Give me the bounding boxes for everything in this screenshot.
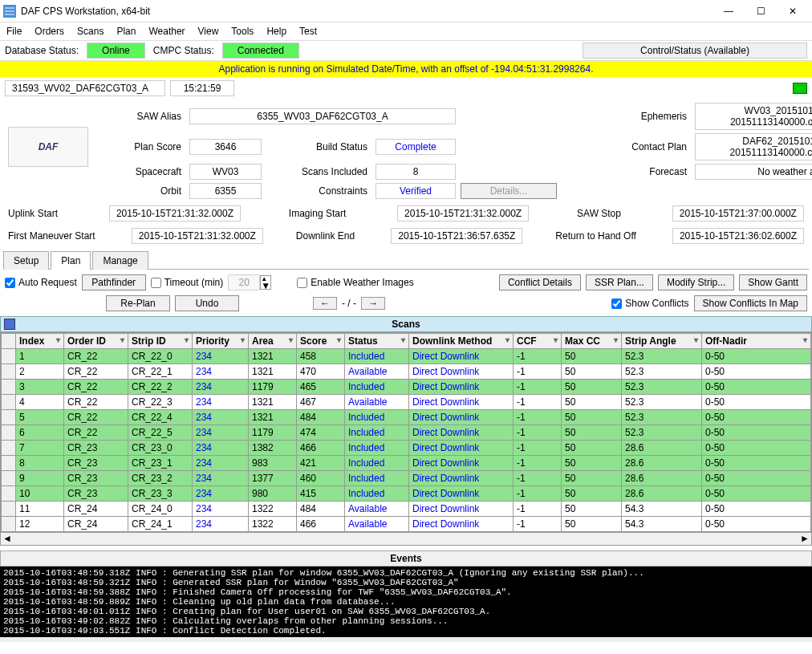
filter-icon[interactable]: ▾: [185, 335, 189, 344]
build-status-value[interactable]: Complete: [376, 139, 456, 155]
scans-table[interactable]: Index ▾Order ID ▾Strip ID ▾Priority ▾Are…: [1, 333, 811, 532]
table-row[interactable]: 3CR_22CR_22_22341179465IncludedDirect Do…: [2, 380, 811, 395]
row-selector[interactable]: [2, 456, 16, 471]
column-score[interactable]: Score ▾: [297, 334, 345, 349]
details-button[interactable]: Details...: [461, 183, 557, 199]
menu-file[interactable]: File: [6, 26, 22, 37]
row-selector[interactable]: [2, 395, 16, 410]
plan-id[interactable]: 31593_WV02_DAF62CGT03_A: [5, 80, 165, 96]
filter-icon[interactable]: ▾: [241, 335, 245, 344]
status-bar: Database Status: Online CMPC Status: Con…: [0, 41, 812, 61]
row-header-blank: [2, 334, 16, 349]
row-selector[interactable]: [2, 410, 16, 425]
column-downlink-method[interactable]: Downlink Method ▾: [409, 334, 514, 349]
pager-prev[interactable]: ←: [313, 297, 337, 310]
show-conflicts-map-button[interactable]: Show Conflicts In Map: [694, 295, 807, 311]
control-status[interactable]: Control/Status (Available): [583, 43, 807, 59]
conflict-details-button[interactable]: Conflict Details: [499, 274, 581, 290]
tab-plan[interactable]: Plan: [51, 251, 91, 270]
show-conflicts-checkbox[interactable]: Show Conflicts: [611, 298, 688, 309]
row-selector[interactable]: [2, 441, 16, 456]
save-icon[interactable]: [4, 319, 15, 330]
row-selector[interactable]: [2, 349, 16, 364]
pager-next[interactable]: →: [361, 297, 385, 310]
filter-icon[interactable]: ▾: [120, 335, 124, 344]
filter-icon[interactable]: ▾: [614, 335, 618, 344]
menu-weather[interactable]: Weather: [148, 26, 185, 37]
table-row[interactable]: 10CR_23CR_23_3234980415IncludedDirect Do…: [2, 486, 811, 502]
menu-help[interactable]: Help: [266, 26, 286, 37]
filter-icon[interactable]: ▾: [337, 335, 341, 344]
table-row[interactable]: 5CR_22CR_22_42341321484IncludedDirect Do…: [2, 410, 811, 425]
column-strip-angle[interactable]: Strip Angle ▾: [622, 334, 702, 349]
enable-weather-checkbox[interactable]: Enable Weather Images: [297, 277, 414, 288]
minimize-button[interactable]: —: [713, 2, 745, 21]
column-off-nadir[interactable]: Off-Nadir ▾: [702, 334, 811, 349]
table-row[interactable]: 4CR_22CR_22_32341321467AvailableDirect D…: [2, 395, 811, 410]
spacecraft-label: Spacecraft: [96, 166, 185, 177]
auto-request-checkbox[interactable]: Auto Request: [5, 277, 77, 288]
row-selector[interactable]: [2, 471, 16, 486]
menu-view[interactable]: View: [198, 26, 219, 37]
tab-setup[interactable]: Setup: [3, 251, 49, 270]
scroll-right-icon[interactable]: ►: [800, 533, 810, 545]
build-status-label: Build Status: [266, 141, 371, 152]
row-selector[interactable]: [2, 502, 16, 517]
horizontal-scrollbar[interactable]: ◄►: [1, 532, 811, 545]
scroll-left-icon[interactable]: ◄: [2, 533, 12, 545]
menu-tools[interactable]: Tools: [231, 26, 254, 37]
tab-manage[interactable]: Manage: [92, 251, 148, 270]
column-index[interactable]: Index ▾: [16, 334, 64, 349]
close-button[interactable]: ✕: [777, 2, 809, 21]
constraints-value[interactable]: Verified: [376, 183, 456, 199]
table-row[interactable]: 11CR_24CR_24_02341322484AvailableDirect …: [2, 502, 811, 517]
row-selector[interactable]: [2, 425, 16, 441]
column-strip-id[interactable]: Strip ID ▾: [128, 334, 193, 349]
uplink-start-value: 2015-10-15T21:31:32.000Z: [109, 205, 241, 221]
undo-button[interactable]: Undo: [175, 295, 239, 311]
show-gantt-button[interactable]: Show Gantt: [739, 274, 807, 290]
timeout-checkbox[interactable]: Timeout (min): [151, 277, 224, 288]
plan-toolbar: Auto Request Pathfinder Timeout (min) ▲▼…: [0, 270, 812, 295]
table-row[interactable]: 1CR_22CR_22_02341321458IncludedDirect Do…: [2, 349, 811, 364]
table-row[interactable]: 9CR_23CR_23_22341377460IncludedDirect Do…: [2, 471, 811, 486]
column-priority[interactable]: Priority ▾: [193, 334, 249, 349]
replan-button[interactable]: Re-Plan: [106, 295, 170, 311]
row-selector[interactable]: [2, 364, 16, 380]
ssr-plan-button[interactable]: SSR Plan...: [586, 274, 653, 290]
forecast-value: No weather applied: [695, 164, 812, 180]
menu-test[interactable]: Test: [299, 26, 317, 37]
row-selector[interactable]: [2, 486, 16, 502]
info-grid: SAW Alias 6355_WV03_DAF62CGT03_A Ephemer…: [88, 100, 812, 202]
column-ccf[interactable]: CCF ▾: [514, 334, 562, 349]
column-area[interactable]: Area ▾: [249, 334, 297, 349]
menu-orders[interactable]: Orders: [35, 26, 64, 37]
filter-icon[interactable]: ▾: [505, 335, 510, 344]
row-selector[interactable]: [2, 517, 16, 532]
flag-icon[interactable]: [793, 83, 807, 94]
menu-plan[interactable]: Plan: [116, 26, 136, 37]
column-status[interactable]: Status ▾: [345, 334, 409, 349]
filter-icon[interactable]: ▾: [401, 335, 405, 344]
timeout-spinner[interactable]: ▲▼: [228, 274, 271, 290]
maximize-button[interactable]: ☐: [745, 2, 777, 21]
saw-alias-label: SAW Alias: [96, 111, 185, 122]
table-row[interactable]: 2CR_22CR_22_12341321470AvailableDirect D…: [2, 364, 811, 380]
simulation-banner: Application is running on Simulated Date…: [0, 61, 812, 77]
filter-icon[interactable]: ▾: [289, 335, 293, 344]
filter-icon[interactable]: ▾: [694, 335, 698, 344]
events-log[interactable]: 2015-10-16T03:48:59.318Z INFO : Generati…: [0, 567, 812, 637]
filter-icon[interactable]: ▾: [56, 335, 60, 344]
column-order-id[interactable]: Order ID ▾: [64, 334, 128, 349]
table-row[interactable]: 7CR_23CR_23_02341382466IncludedDirect Do…: [2, 441, 811, 456]
pathfinder-button[interactable]: Pathfinder: [82, 274, 146, 290]
filter-icon[interactable]: ▾: [803, 335, 807, 344]
filter-icon[interactable]: ▾: [554, 335, 558, 344]
table-row[interactable]: 6CR_22CR_22_52341179474IncludedDirect Do…: [2, 425, 811, 441]
menu-scans[interactable]: Scans: [77, 26, 104, 37]
column-max-cc[interactable]: Max CC ▾: [562, 334, 622, 349]
table-row[interactable]: 8CR_23CR_23_1234983421IncludedDirect Dow…: [2, 456, 811, 471]
table-row[interactable]: 12CR_24CR_24_12341322466AvailableDirect …: [2, 517, 811, 532]
row-selector[interactable]: [2, 380, 16, 395]
modify-strip-button[interactable]: Modify Strip...: [658, 274, 734, 290]
